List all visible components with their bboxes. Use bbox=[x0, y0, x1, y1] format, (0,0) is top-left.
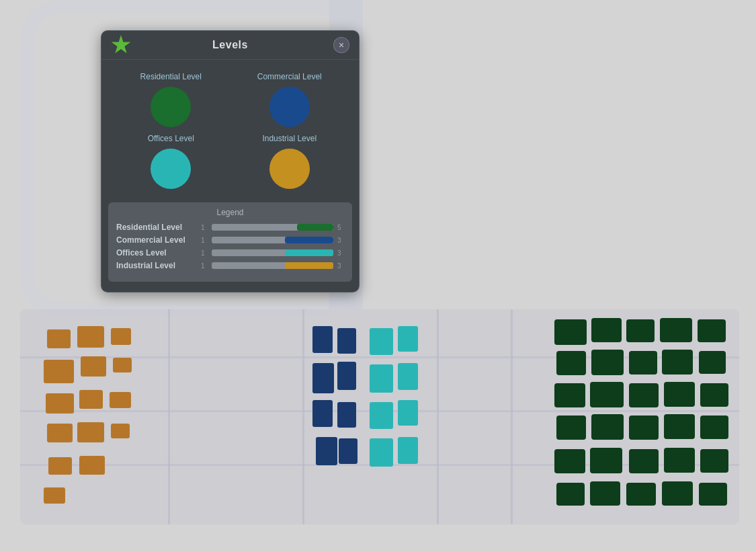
industrial-building bbox=[44, 360, 74, 383]
legend-offices-max: 3 bbox=[337, 249, 344, 257]
industrial-buildings-cluster bbox=[40, 323, 155, 518]
offices-level-label: Offices Level bbox=[148, 134, 194, 143]
grid-line bbox=[168, 309, 170, 524]
residential-level-dot bbox=[151, 87, 191, 127]
residential-building bbox=[664, 448, 695, 473]
residential-building bbox=[700, 416, 728, 439]
office-building bbox=[370, 438, 393, 467]
industrial-building bbox=[44, 487, 65, 504]
residential-building bbox=[629, 383, 659, 407]
commercial-level-dot bbox=[269, 87, 310, 127]
legend-residential-min: 1 bbox=[201, 224, 208, 231]
commercial-building bbox=[337, 362, 356, 390]
commercial-building bbox=[312, 326, 333, 353]
office-building bbox=[398, 363, 418, 390]
residential-building bbox=[626, 319, 655, 342]
commercial-building bbox=[312, 363, 334, 393]
office-building bbox=[370, 328, 393, 355]
office-building bbox=[370, 364, 393, 393]
legend-residential-label: Residential Level bbox=[116, 223, 197, 232]
industrial-level-dot bbox=[269, 149, 310, 189]
industrial-building bbox=[48, 457, 72, 475]
commercial-office-buildings-cluster bbox=[309, 323, 457, 524]
industrial-building bbox=[113, 358, 132, 372]
residential-building bbox=[556, 416, 586, 440]
legend-title: Legend bbox=[116, 208, 344, 217]
offices-level-dot bbox=[151, 149, 191, 189]
levels-panel: Levels × Residential Level Commercial Le… bbox=[101, 30, 360, 292]
commercial-level-label: Commercial Level bbox=[257, 72, 322, 81]
close-button[interactable]: × bbox=[333, 37, 349, 53]
legend-row-commercial: Commercial Level 1 3 bbox=[116, 235, 344, 245]
office-building bbox=[370, 402, 393, 429]
star-icon bbox=[111, 35, 131, 55]
industrial-building bbox=[111, 328, 131, 345]
legend-section: Legend Residential Level 1 5 Commercial … bbox=[108, 202, 352, 282]
residential-building bbox=[699, 351, 726, 374]
legend-commercial-fill bbox=[285, 237, 333, 243]
industrial-building bbox=[110, 392, 131, 408]
panel-header: Levels × bbox=[101, 31, 359, 60]
legend-offices-label: Offices Level bbox=[116, 248, 197, 258]
commercial-level-item: Commercial Level bbox=[234, 72, 346, 127]
industrial-level-item: Industrial Level bbox=[234, 134, 346, 189]
residential-building bbox=[590, 448, 622, 473]
legend-commercial-label: Commercial Level bbox=[116, 235, 197, 245]
office-building bbox=[398, 437, 418, 464]
residential-building bbox=[664, 382, 695, 407]
residential-building bbox=[699, 483, 727, 506]
residential-building bbox=[590, 481, 620, 506]
legend-commercial-max: 3 bbox=[337, 237, 344, 244]
commercial-building bbox=[337, 328, 356, 354]
residential-building bbox=[556, 351, 586, 375]
industrial-building bbox=[47, 329, 71, 348]
residential-building bbox=[664, 414, 695, 439]
legend-residential-bar bbox=[212, 224, 333, 231]
legend-row-residential: Residential Level 1 5 bbox=[116, 223, 344, 232]
commercial-building bbox=[312, 400, 333, 427]
legend-offices-bar bbox=[212, 249, 333, 256]
residential-building bbox=[556, 483, 585, 506]
legend-residential-max: 5 bbox=[337, 224, 344, 231]
residential-building bbox=[554, 319, 587, 345]
residential-building bbox=[660, 318, 692, 342]
grid-line bbox=[511, 309, 513, 524]
residential-level-item: Residential Level bbox=[115, 72, 227, 127]
residential-building bbox=[698, 319, 726, 342]
commercial-building bbox=[339, 438, 358, 464]
residential-building bbox=[662, 350, 693, 374]
residential-buildings-cluster bbox=[551, 316, 739, 524]
legend-residential-fill bbox=[297, 224, 333, 231]
residential-building bbox=[591, 414, 624, 440]
industrial-building bbox=[47, 424, 73, 442]
commercial-building bbox=[337, 402, 356, 428]
residential-building bbox=[629, 351, 657, 374]
legend-commercial-bar bbox=[212, 237, 333, 243]
legend-row-offices: Offices Level 1 3 bbox=[116, 248, 344, 258]
legend-commercial-min: 1 bbox=[201, 237, 208, 244]
industrial-building bbox=[46, 393, 74, 413]
residential-level-label: Residential Level bbox=[140, 72, 202, 81]
legend-offices-min: 1 bbox=[201, 249, 208, 257]
industrial-building bbox=[79, 390, 103, 409]
residential-building bbox=[629, 449, 659, 473]
residential-building bbox=[591, 350, 624, 375]
industrial-building bbox=[79, 456, 105, 475]
residential-building bbox=[700, 383, 728, 407]
legend-industrial-bar bbox=[212, 262, 333, 269]
level-circles-grid: Residential Level Commercial Level Offic… bbox=[101, 60, 359, 196]
industrial-building bbox=[77, 326, 104, 348]
industrial-level-label: Industrial Level bbox=[262, 134, 317, 143]
residential-building bbox=[554, 383, 585, 407]
residential-building bbox=[590, 382, 624, 407]
grid-line bbox=[302, 309, 304, 524]
legend-industrial-max: 3 bbox=[337, 262, 344, 270]
commercial-building bbox=[316, 437, 337, 465]
residential-building bbox=[700, 449, 728, 473]
residential-building bbox=[554, 449, 585, 473]
residential-building bbox=[591, 318, 622, 342]
industrial-building bbox=[77, 422, 104, 442]
legend-industrial-label: Industrial Level bbox=[116, 261, 197, 270]
industrial-building bbox=[111, 424, 130, 438]
legend-industrial-min: 1 bbox=[201, 262, 208, 270]
